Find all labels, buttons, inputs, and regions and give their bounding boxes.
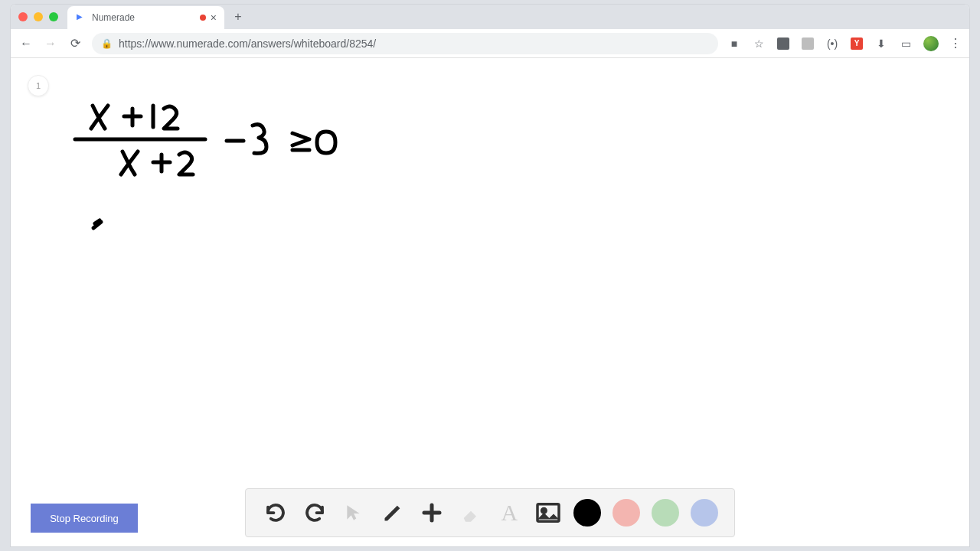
- address-bar[interactable]: 🔒 https://www.numerade.com/answers/white…: [92, 33, 718, 54]
- color-blue-button[interactable]: [691, 499, 718, 527]
- tab-bar: Numerade × +: [11, 5, 969, 29]
- extension-3-icon[interactable]: (•): [825, 37, 839, 51]
- stop-recording-label: Stop Recording: [50, 513, 119, 524]
- window-minimize-button[interactable]: [34, 12, 43, 21]
- extension-5-icon[interactable]: ⬇: [874, 37, 888, 51]
- profile-avatar[interactable]: [923, 36, 939, 51]
- extension-icons: ■ ☆ (•) Y ⬇ ▭ ⋮: [727, 36, 962, 51]
- address-bar-row: ← → ⟳ 🔒 https://www.numerade.com/answers…: [11, 29, 969, 58]
- browser-menu-button[interactable]: ⋮: [949, 36, 962, 51]
- stop-recording-button[interactable]: Stop Recording: [31, 504, 138, 533]
- url-text: https://www.numerade.com/answers/whitebo…: [119, 37, 376, 50]
- pen-tool-button[interactable]: [379, 499, 407, 527]
- whiteboard-canvas[interactable]: 1: [11, 58, 969, 546]
- pointer-tool-button[interactable]: [340, 499, 368, 527]
- bookmark-star-icon[interactable]: ☆: [752, 37, 766, 51]
- eraser-tool-button[interactable]: [457, 499, 485, 527]
- whiteboard-toolbar: A: [245, 488, 735, 537]
- lock-icon: 🔒: [101, 38, 113, 49]
- tab-close-button[interactable]: ×: [211, 11, 217, 24]
- tab-title: Numerade: [92, 12, 195, 23]
- new-tab-button[interactable]: +: [227, 10, 249, 24]
- text-tool-button[interactable]: A: [495, 499, 523, 527]
- window-controls: [18, 12, 58, 21]
- text-tool-label: A: [501, 500, 518, 526]
- browser-window: Numerade × + ← → ⟳ 🔒 https://www.numerad…: [11, 5, 969, 546]
- color-red-button[interactable]: [612, 499, 640, 527]
- recording-indicator-icon: [200, 15, 206, 21]
- handwriting-layer: [11, 58, 969, 546]
- extension-4-icon[interactable]: Y: [850, 37, 864, 51]
- window-close-button[interactable]: [18, 12, 28, 21]
- color-black-button[interactable]: [573, 499, 601, 527]
- camera-icon[interactable]: ■: [727, 37, 741, 51]
- redo-button[interactable]: [301, 499, 328, 527]
- extension-6-icon[interactable]: ▭: [899, 37, 913, 51]
- extension-2-icon[interactable]: [801, 37, 815, 51]
- tab-favicon-icon: [75, 11, 87, 24]
- extension-1-icon[interactable]: [776, 37, 790, 51]
- svg-point-1: [542, 508, 547, 513]
- undo-button[interactable]: [262, 499, 289, 527]
- browser-tab[interactable]: Numerade ×: [67, 6, 224, 29]
- image-tool-button[interactable]: [534, 499, 562, 527]
- forward-button[interactable]: →: [43, 37, 58, 51]
- window-maximize-button[interactable]: [49, 12, 58, 21]
- add-tool-button[interactable]: [418, 499, 446, 527]
- back-button[interactable]: ←: [18, 37, 34, 51]
- reload-button[interactable]: ⟳: [67, 36, 83, 51]
- color-green-button[interactable]: [652, 499, 679, 527]
